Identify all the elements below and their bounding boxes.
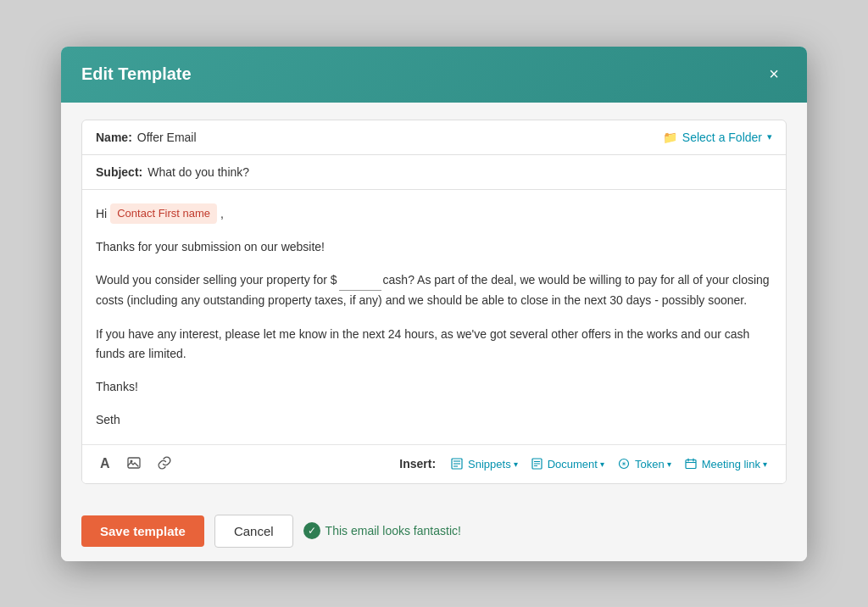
email-body-area[interactable]: Hi Contact First name , Thanks for your … [82,190,786,444]
edit-template-modal: Edit Template × Name: Offer Email 📁 Sele… [61,47,807,561]
name-label: Name: [96,131,132,144]
snippets-label: Snippets [468,458,511,471]
para-3: If you have any interest, please let me … [96,325,772,364]
hi-line: Hi Contact First name , [96,203,772,225]
para-2: Would you consider selling your property… [96,270,772,310]
folder-button-label: Select a Folder [682,131,762,144]
name-row: Name: Offer Email 📁 Select a Folder ▾ [82,120,786,155]
success-message: ✓ This email looks fantastic! [303,522,461,539]
comma: , [220,204,224,223]
meeting-link-button[interactable]: Meeting link ▾ [680,454,772,474]
form-card: Name: Offer Email 📁 Select a Folder ▾ Su… [81,120,787,484]
subject-row: Subject: What do you think? [82,155,786,190]
insert-label: Insert: [399,457,436,471]
meeting-link-label: Meeting link [702,458,760,471]
folder-icon: 📁 [663,131,677,144]
link-button[interactable] [153,454,175,475]
modal-title: Edit Template [81,64,192,84]
document-button[interactable]: Document ▾ [526,454,609,474]
para-1: Thanks for your submission on our websit… [96,237,772,257]
subject-label: Subject: [96,165,142,179]
snippets-button[interactable]: Snippets ▾ [446,454,523,474]
svg-rect-13 [686,460,696,469]
toolbar-left: A [96,454,175,475]
select-folder-button[interactable]: 📁 Select a Folder ▾ [663,131,772,144]
token-chevron-icon: ▾ [667,459,671,469]
modal-header: Edit Template × [61,47,807,103]
document-label: Document [548,458,598,471]
svg-point-1 [130,459,132,462]
subject-value: What do you think? [147,165,249,179]
contact-first-name-token[interactable]: Contact First name [110,203,217,225]
sign-1: Thanks! [96,377,772,397]
meeting-chevron-icon: ▾ [763,459,767,469]
email-toolbar: A [82,444,786,483]
svg-point-12 [623,463,625,465]
check-circle-icon: ✓ [303,522,320,539]
cancel-button[interactable]: Cancel [214,515,293,548]
sign-2: Seth [96,410,772,430]
close-button[interactable]: × [761,62,787,87]
success-text: This email looks fantastic! [326,524,461,537]
hi-text: Hi [96,204,107,223]
para2-prefix: Would you consider selling your property… [96,273,337,287]
token-label: Token [635,458,665,471]
name-left: Name: Offer Email [96,131,197,144]
document-chevron-icon: ▾ [600,459,604,469]
image-button[interactable] [123,454,145,475]
cash-amount-blank [339,270,381,291]
toolbar-right: Insert: Snippets ▾ Document ▾ Token [399,454,772,474]
name-value: Offer Email [137,131,197,144]
font-button[interactable]: A [96,454,114,474]
modal-footer: Save template Cancel ✓ This email looks … [61,501,807,561]
modal-body: Name: Offer Email 📁 Select a Folder ▾ Su… [61,103,807,501]
token-button[interactable]: Token ▾ [613,454,676,474]
snippets-chevron-icon: ▾ [514,459,518,469]
chevron-down-icon: ▾ [767,131,772,142]
save-template-button[interactable]: Save template [81,515,204,547]
